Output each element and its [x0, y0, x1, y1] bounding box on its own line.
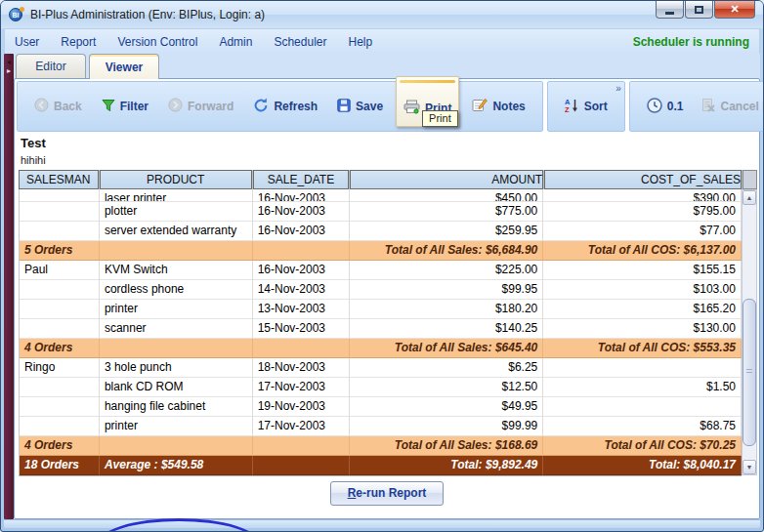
column-header-amount[interactable]: AMOUNT: [350, 170, 543, 189]
table-row: cordless phone14-Nov-2003$99.95$103.00: [20, 280, 742, 300]
cell-sale-date: 17-Nov-2003: [253, 417, 350, 436]
notes-button[interactable]: Notes: [465, 94, 531, 119]
toolbar-group-3: »0.1Cancel Report: [629, 81, 764, 132]
cell-product: [100, 436, 253, 456]
cell-salesman: 4 Orders: [20, 339, 100, 358]
cancel-report-icon: [700, 98, 715, 115]
cell-sale-date: [253, 456, 350, 475]
menu-user[interactable]: User: [15, 35, 39, 49]
save-icon: [337, 99, 351, 115]
forward-arrow-icon: [168, 98, 183, 115]
cell-amount: Total of All Sales: $168.69: [350, 436, 544, 456]
column-header-salesman[interactable]: SALESMAN: [19, 170, 99, 189]
cell-sale-date: 16-Nov-2003: [253, 189, 350, 202]
cell-amount: $225.00: [350, 261, 544, 280]
cell-amount: Total: $9,892.49: [350, 456, 544, 475]
cell-amount: $180.20: [350, 300, 544, 319]
cell-amount: $49.95: [350, 397, 544, 417]
menu-version-control[interactable]: Version Control: [117, 35, 197, 49]
cell-salesman: [20, 319, 100, 339]
status-bar: [4, 519, 760, 528]
close-button[interactable]: ✕: [714, 1, 755, 19]
forward-button: Forward: [161, 94, 240, 119]
cell-amount: $12.50: [350, 378, 544, 397]
clock-icon: [647, 98, 662, 116]
filter-icon: [102, 99, 115, 115]
back-arrow-icon: [34, 98, 49, 115]
report-title: Test: [21, 136, 46, 150]
sort-label: Sort: [584, 100, 608, 113]
tab-viewer[interactable]: Viewer: [89, 54, 159, 79]
cell-cost-of-sales: $130.00: [543, 319, 742, 339]
menu-admin[interactable]: Admin: [219, 35, 252, 49]
0-1-button[interactable]: 0.1: [640, 94, 691, 120]
cell-product: 3 hole punch: [100, 358, 253, 378]
maximize-button[interactable]: [685, 1, 713, 19]
table-row: hanging file cabinet19-Nov-2003$49.95: [20, 397, 742, 417]
cell-cost-of-sales: $1.50: [543, 378, 742, 397]
toolbar: BackFilterForwardRefreshSavePrintPrintNo…: [17, 81, 757, 132]
cell-salesman: [20, 300, 100, 319]
column-header-cost-of-sales[interactable]: COST_OF_SALES: [544, 170, 742, 189]
app-icon: BI: [9, 7, 24, 22]
cell-salesman: [20, 417, 100, 436]
save-button[interactable]: Save: [330, 95, 390, 119]
scroll-up-button[interactable]: ▲: [743, 190, 756, 205]
expand-right-icon[interactable]: ▸: [4, 66, 14, 75]
0-1-label: 0.1: [667, 100, 684, 113]
overflow-chevron-icon[interactable]: »: [615, 83, 620, 94]
table-row: printer17-Nov-2003$99.99$68.75: [20, 417, 742, 436]
scroll-thumb[interactable]: [743, 299, 756, 446]
refresh-icon: [253, 98, 269, 115]
menu-help[interactable]: Help: [348, 35, 372, 49]
filter-button[interactable]: Filter: [95, 95, 155, 119]
cell-product: laser printer: [100, 189, 253, 202]
menu-scheduler[interactable]: Scheduler: [274, 35, 326, 49]
column-header-sale-date[interactable]: SALE_DATE: [253, 170, 349, 189]
cell-salesman: 5 Orders: [20, 241, 100, 261]
cell-amount: Total of All Sales: $6,684.90: [350, 241, 544, 261]
window-title: BI-Plus Administration (Env: BIPlus, Log…: [30, 8, 265, 21]
collapse-left-icon[interactable]: ◂: [4, 58, 14, 66]
rerun-report-button[interactable]: Re-run Report: [330, 481, 444, 506]
cell-cost-of-sales: Total of All COS: $6,137.00: [543, 241, 742, 261]
refresh-button[interactable]: Refresh: [246, 94, 324, 119]
menu-report[interactable]: Report: [61, 35, 96, 49]
column-header-product[interactable]: PRODUCT: [100, 170, 252, 189]
group-total-row: 5 OrdersTotal of All Sales: $6,684.90Tot…: [20, 241, 742, 261]
filter-label: Filter: [120, 100, 149, 113]
cancel-report-button: Cancel Report: [694, 94, 764, 119]
cell-product: cordless phone: [100, 280, 253, 300]
cell-cost-of-sales: [543, 397, 742, 417]
minimize-button[interactable]: [656, 1, 684, 19]
group-total-row: 4 OrdersTotal of All Sales: $645.40Total…: [20, 339, 742, 358]
cell-product: KVM Switch: [100, 261, 253, 280]
menu-items: UserReportVersion ControlAdminSchedulerH…: [15, 35, 394, 49]
print-tooltip: Print: [422, 110, 458, 127]
tab-strip: EditorViewer: [16, 54, 162, 78]
print-button[interactable]: PrintPrint: [396, 76, 459, 127]
cell-product: [100, 241, 253, 261]
cell-cost-of-sales: $77.00: [543, 222, 742, 241]
tab-editor[interactable]: Editor: [16, 54, 86, 78]
scroll-down-button[interactable]: ▼: [743, 460, 756, 474]
splitter-handle[interactable]: ◂ ▸: [4, 54, 14, 519]
forward-label: Forward: [188, 100, 233, 113]
sort-button[interactable]: AZSort: [558, 94, 615, 120]
cell-sale-date: 13-Nov-2003: [253, 300, 350, 319]
cell-amount: $775.00: [350, 202, 544, 222]
refresh-label: Refresh: [274, 100, 318, 113]
notes-icon: [472, 98, 488, 115]
cell-cost-of-sales: $68.75: [543, 417, 742, 436]
toolbar-group-2: »AZSort: [547, 81, 625, 132]
cell-amount: $6.25: [350, 358, 544, 378]
vertical-scrollbar[interactable]: ▲ ▼: [742, 189, 757, 475]
cell-product: Average : $549.58: [100, 456, 253, 475]
cell-product: hanging file cabinet: [100, 397, 253, 417]
table-row: plotter16-Nov-2003$775.00$795.00: [20, 202, 742, 222]
cell-product: [100, 339, 253, 358]
cell-salesman: [20, 189, 100, 202]
cancel-report-label: Cancel Report: [720, 100, 764, 113]
table-row: laser printer16-Nov-2003$450.00$390.00: [20, 189, 742, 202]
cell-cost-of-sales: $795.00: [543, 202, 742, 222]
